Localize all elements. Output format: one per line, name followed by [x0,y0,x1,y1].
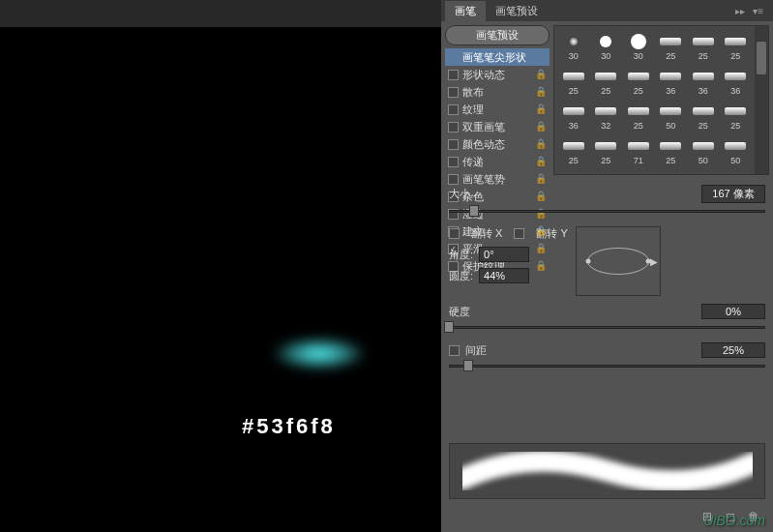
brush-thumb [691,102,716,121]
brush-preset-cell[interactable]: 25 [558,134,589,167]
hardness-value[interactable]: 0% [701,304,765,319]
brush-thumb [691,136,716,156]
brush-preset-cell[interactable]: 30 [591,30,622,63]
panel-tabbar: 画笔 画笔预设 ▸▸ ▾≡ [441,0,773,21]
option-label: 画笔笔尖形状 [462,50,547,65]
brush-preset-button[interactable]: 画笔预设 [445,25,550,45]
expand-icon[interactable]: ▸▸ [735,6,745,16]
brush-thumb [626,171,651,174]
brush-thumb [593,32,618,51]
option-checkbox[interactable] [448,104,459,115]
brush-stroke-preview [449,443,765,499]
brush-preset-cell[interactable]: 32 [591,100,622,133]
lock-icon[interactable]: 🔒 [535,173,547,185]
brush-option-row[interactable]: 画笔笔尖形状 [445,48,550,66]
brush-preset-cell[interactable]: 30 [623,30,654,63]
option-checkbox[interactable] [448,157,459,167]
brush-preset-cell[interactable]: 50 [623,169,654,174]
angle-widget[interactable]: ▶ [576,226,661,296]
brush-preset-cell[interactable]: 71 [623,134,654,167]
scroll-thumb[interactable] [757,42,766,74]
menu-icon[interactable]: ▾≡ [753,6,763,16]
brush-grid-scrollbar[interactable] [755,26,768,174]
brush-option-row[interactable]: 传递🔒 [445,153,550,170]
brush-size-label: 71 [634,156,643,165]
option-label: 形状动态 [462,68,531,82]
brush-preset-cell[interactable]: 36 [688,65,719,98]
flip-x-checkbox[interactable] [449,228,460,239]
brush-preset-cell[interactable]: 25 [656,30,687,63]
tab-controls: ▸▸ ▾≡ [735,6,769,16]
brush-preset-cell[interactable]: 36 [558,100,589,133]
option-checkbox[interactable] [448,122,459,133]
canvas-area: #53f6f8 [0,27,441,532]
brush-thumb [561,67,586,86]
brush-size-label: 32 [601,121,610,131]
flip-y-checkbox[interactable] [514,228,524,239]
brush-option-row[interactable]: 双重画笔🔒 [445,118,550,135]
brush-size-label: 50 [730,156,740,165]
brush-thumb [658,67,683,86]
brush-preset-cell[interactable]: 36 [721,65,752,98]
brush-preset-cell[interactable]: 36 [656,65,687,98]
lock-icon[interactable]: 🔒 [535,243,547,254]
brush-preset-cell[interactable]: 25 [688,169,719,174]
brush-preset-cell[interactable]: 25 [656,134,687,167]
brush-preset-cell[interactable]: 25 [656,169,687,174]
brush-preset-cell[interactable]: 25 [721,30,752,63]
brush-preset-cell[interactable]: 50 [721,134,752,167]
brush-preset-cell[interactable]: 50 [656,100,687,133]
spacing-slider[interactable] [449,360,765,373]
hex-color-label: #53f6f8 [242,414,336,439]
options-column: 画笔预设 画笔笔尖形状形状动态🔒散布🔒纹理🔒双重画笔🔒颜色动态🔒传递🔒画笔笔势🔒… [445,25,550,175]
brush-size-label: 25 [634,121,643,131]
tab-brush-presets[interactable]: 画笔预设 [486,1,548,21]
spacing-checkbox[interactable] [449,345,460,356]
brush-grid-wrap: 3030302525252525253636363632255025252525… [553,25,769,175]
lock-icon[interactable]: 🔒 [535,138,547,150]
spacing-value[interactable]: 25% [701,342,765,358]
brush-preset-cell[interactable]: 25 [623,100,654,133]
size-slider[interactable] [449,205,765,219]
hardness-slider[interactable] [449,321,765,335]
brush-thumb [723,67,748,86]
lock-icon[interactable]: 🔒 [535,260,547,272]
brush-option-row[interactable]: 纹理🔒 [445,101,550,118]
brush-option-row[interactable]: 颜色动态🔒 [445,135,550,153]
brush-option-row[interactable]: 散布🔒 [445,83,550,101]
brush-option-row[interactable]: 形状动态🔒 [445,66,550,83]
brush-preset-cell[interactable]: 25 [721,100,752,133]
brush-preset-cell[interactable]: 25 [591,134,622,167]
lock-icon[interactable]: 🔒 [535,69,547,80]
brush-thumb [658,32,683,51]
brush-preset-cell[interactable]: 25 [688,30,719,63]
brush-preset-cell[interactable]: 30 [558,30,589,63]
size-value[interactable]: 167 像素 [701,185,765,203]
lock-icon[interactable]: 🔒 [535,86,547,98]
brush-preset-cell[interactable]: 50 [558,169,589,174]
brush-size-label: 25 [730,51,740,61]
brush-thumb [561,102,586,121]
brush-thumb [561,136,586,156]
arrow-icon: ▶ [650,256,658,267]
roundness-value[interactable]: 44% [479,268,529,283]
lock-icon[interactable]: 🔒 [535,225,547,237]
tab-brush[interactable]: 画笔 [445,1,486,21]
brush-thumb [561,32,586,51]
brush-size-label: 25 [569,156,579,165]
brush-preset-cell[interactable]: 25 [591,65,622,98]
brush-preset-cell[interactable]: 25 [688,100,719,133]
option-checkbox[interactable] [448,87,459,98]
lock-icon[interactable]: 🔒 [535,156,547,167]
option-checkbox[interactable] [448,139,459,150]
lock-icon[interactable]: 🔒 [535,103,547,115]
brush-preset-cell[interactable]: 50 [591,169,622,174]
lock-icon[interactable]: 🔒 [535,121,547,133]
brush-preset-cell[interactable]: 25 [623,65,654,98]
option-checkbox[interactable] [448,70,459,80]
brush-preset-cell[interactable]: 50 [688,134,719,167]
angle-value[interactable]: 0° [479,247,529,262]
brush-preset-cell[interactable]: 25 [558,65,589,98]
brush-preset-cell[interactable]: 25 [721,169,752,174]
lock-icon[interactable]: 🔒 [535,191,547,202]
